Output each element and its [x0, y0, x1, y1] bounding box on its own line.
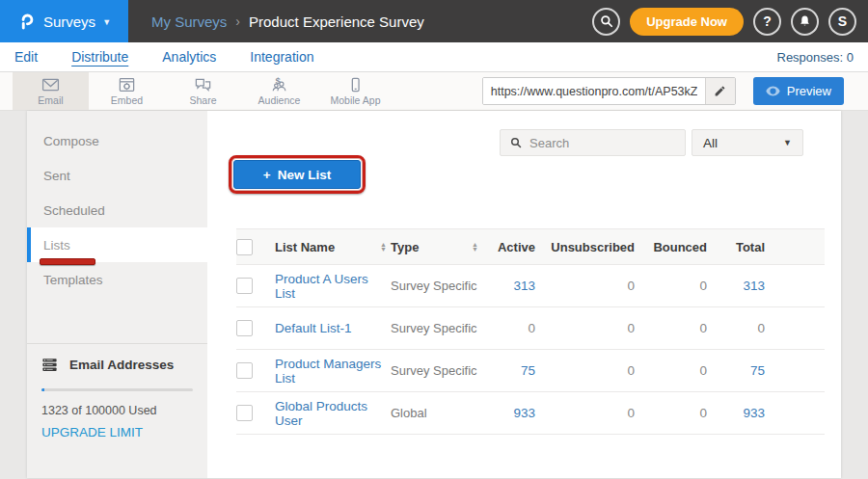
sort-icon[interactable]: ▲▼: [472, 242, 482, 252]
lists-table: List Name ▲▼ Type ▲▼ Active Unsubscribed…: [236, 228, 825, 435]
mode-share[interactable]: Share: [165, 72, 241, 110]
questionpro-logo-icon: [17, 12, 37, 31]
list-name-link[interactable]: Product Managers List: [275, 357, 391, 386]
upgrade-limit-link[interactable]: UPGRADE LIMIT: [41, 425, 193, 439]
distribute-toolbar: Email Embed Share $ Audience Mobile App …: [0, 72, 868, 111]
row-checkbox[interactable]: [236, 362, 253, 379]
topbar-actions: Upgrade Now ? S: [592, 0, 868, 42]
row-checkbox[interactable]: [236, 320, 253, 336]
mode-email-label: Email: [38, 94, 63, 106]
col-bounced: Bounced: [635, 240, 707, 254]
list-filter-dropdown[interactable]: All ▼: [692, 129, 803, 156]
lists-main: + New List All ▼ List Name ▲▼: [207, 111, 841, 478]
bounced-count: 0: [635, 279, 707, 293]
plus-icon: +: [263, 168, 271, 182]
unsubscribed-count: 0: [535, 279, 635, 293]
email-addresses-header: Email Addresses: [41, 358, 193, 372]
active-count[interactable]: 933: [482, 406, 535, 420]
preview-button[interactable]: Preview: [753, 77, 844, 105]
mode-email[interactable]: Email: [13, 72, 89, 110]
select-all-checkbox[interactable]: [236, 239, 253, 255]
list-type: Survey Specific: [391, 363, 477, 378]
sidebar-item-compose[interactable]: Compose: [27, 123, 207, 158]
mode-audience-label: Audience: [258, 94, 301, 106]
account-avatar[interactable]: S: [828, 8, 856, 36]
sort-icon[interactable]: ▲▼: [380, 242, 391, 252]
usage-text: 1323 of 100000 Used: [41, 404, 193, 417]
mode-embed[interactable]: Embed: [89, 72, 165, 110]
sidebar-item-label: Lists: [43, 238, 70, 253]
mode-share-label: Share: [189, 94, 216, 106]
product-switcher[interactable]: Surveys ▼: [0, 0, 128, 42]
list-search-box: [500, 129, 686, 156]
email-addresses-section: Email Addresses 1323 of 100000 Used UPGR…: [27, 343, 207, 439]
chevron-down-icon: ▼: [102, 17, 111, 27]
tab-analytics[interactable]: Analytics: [162, 49, 216, 65]
active-count: 0: [482, 321, 535, 335]
table-header-row: List Name ▲▼ Type ▲▼ Active Unsubscribed…: [236, 228, 825, 265]
bounced-count: 0: [635, 363, 707, 378]
sidebar-item-scheduled[interactable]: Scheduled: [27, 193, 207, 227]
sidebar-item-label: Sent: [43, 169, 70, 183]
list-name-link[interactable]: Global Products User: [275, 399, 391, 428]
email-addresses-title: Email Addresses: [69, 358, 174, 372]
red-highlight-annotation: + New List: [229, 155, 366, 194]
active-count[interactable]: 75: [482, 363, 535, 378]
list-type: Survey Specific: [391, 279, 477, 293]
tab-distribute[interactable]: Distribute: [71, 49, 128, 65]
bell-icon: [799, 14, 811, 28]
global-search-button[interactable]: [592, 8, 620, 36]
search-icon: [600, 14, 613, 28]
survey-url-input[interactable]: [483, 78, 705, 104]
edit-url-button[interactable]: [705, 78, 735, 104]
email-icon: [41, 77, 60, 93]
list-name-link[interactable]: Default List-1: [275, 321, 352, 335]
breadcrumb-separator: ›: [235, 13, 240, 29]
bounced-count: 0: [635, 406, 707, 420]
sidebar-item-label: Compose: [43, 134, 99, 148]
breadcrumb-parent[interactable]: My Surveys: [151, 13, 227, 30]
total-count[interactable]: 313: [707, 279, 765, 293]
unsubscribed-count: 0: [535, 321, 635, 335]
mobile-app-icon: [346, 77, 365, 93]
search-icon: [510, 137, 522, 148]
col-active: Active: [482, 240, 535, 254]
list-type: Global: [391, 406, 427, 420]
total-count[interactable]: 933: [707, 406, 765, 420]
total-count[interactable]: 75: [707, 363, 765, 378]
breadcrumb-current: Product Experience Survey: [249, 13, 424, 30]
help-button[interactable]: ?: [753, 8, 781, 36]
list-type: Survey Specific: [391, 321, 477, 335]
table-row: Default List-1 Survey Specific 0 0 0 0: [236, 307, 825, 350]
table-row: Global Products User Global 933 0 0 933: [236, 392, 825, 435]
embed-icon: [118, 77, 136, 93]
list-name-link[interactable]: Product A Users List: [275, 272, 391, 301]
responses-count[interactable]: Responses: 0: [777, 50, 854, 65]
sidebar-item-templates[interactable]: Templates: [27, 262, 207, 297]
audience-icon: $: [270, 77, 288, 93]
mode-audience[interactable]: $ Audience: [241, 72, 317, 110]
filter-selected-value: All: [703, 136, 718, 150]
upgrade-now-button[interactable]: Upgrade Now: [630, 8, 744, 36]
content-area: Compose Sent Scheduled Lists Templates E…: [0, 111, 868, 478]
col-total: Total: [707, 240, 765, 254]
tab-integration[interactable]: Integration: [250, 49, 313, 65]
row-checkbox[interactable]: [236, 405, 253, 421]
new-list-button[interactable]: + New List: [233, 160, 361, 189]
survey-tab-bar: Edit Distribute Analytics Integration Re…: [0, 42, 868, 72]
sidebar-item-lists[interactable]: Lists: [27, 227, 207, 262]
table-row: Product A Users List Survey Specific 313…: [236, 265, 825, 307]
mode-embed-label: Embed: [111, 94, 143, 106]
survey-url-box: [482, 77, 736, 105]
unsubscribed-count: 0: [535, 363, 635, 378]
tab-edit[interactable]: Edit: [14, 49, 38, 65]
sidebar-item-sent[interactable]: Sent: [27, 158, 207, 193]
notifications-button[interactable]: [791, 8, 819, 36]
row-checkbox[interactable]: [236, 278, 253, 294]
active-count[interactable]: 313: [482, 279, 535, 293]
preview-label: Preview: [787, 84, 831, 98]
new-list-label: New List: [278, 168, 332, 182]
list-search-input[interactable]: [529, 136, 675, 150]
unsubscribed-count: 0: [535, 406, 635, 420]
mode-mobile-app[interactable]: Mobile App: [317, 72, 393, 110]
